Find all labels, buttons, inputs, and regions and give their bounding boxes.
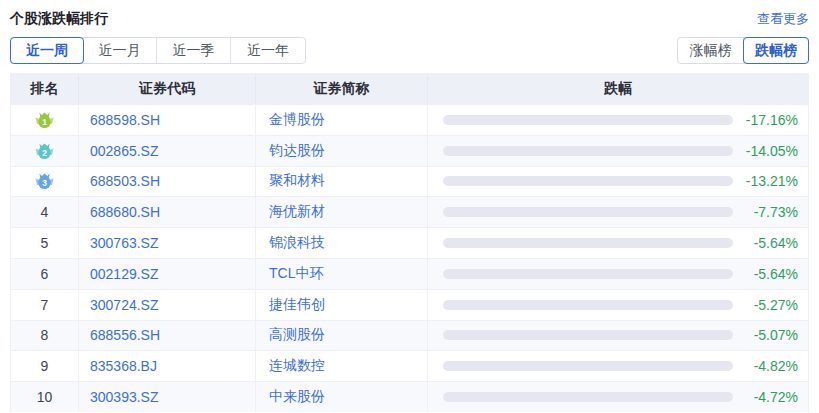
rank-cell: 3 [11, 167, 79, 197]
security-name-link[interactable]: 中来股份 [269, 388, 325, 406]
table-row[interactable]: 6 002129.SZ TCL中环 -5.64% [11, 258, 808, 289]
board-tab-1[interactable]: 涨幅榜 [678, 38, 744, 63]
change-cell: -4.72% [428, 389, 808, 405]
rank-number: 6 [41, 266, 49, 282]
ranking-table: 排名 证券代码 证券简称 跌幅 1 688598.SH 金博股份 -17.16%… [10, 73, 809, 412]
table-row[interactable]: 4 688680.SH 海优新材 -7.73% [11, 196, 808, 227]
change-cell: -5.64% [428, 266, 808, 282]
security-code-link[interactable]: 002129.SZ [90, 266, 159, 282]
change-cell: -4.82% [428, 358, 808, 374]
change-percent: -5.27% [754, 297, 798, 313]
security-name-link[interactable]: 聚和材料 [269, 172, 325, 190]
name-cell: 捷佳伟创 [256, 290, 428, 320]
name-cell: 高测股份 [256, 321, 428, 351]
rank-cell: 1 [11, 105, 79, 135]
period-tab-2[interactable]: 近一月 [83, 38, 157, 63]
change-percent: -14.05% [746, 143, 798, 159]
code-cell: 300393.SZ [79, 382, 256, 412]
change-percent: -4.82% [754, 358, 798, 374]
svg-text:2: 2 [42, 147, 47, 157]
security-code-link[interactable]: 835368.BJ [90, 358, 157, 374]
period-tabs: 近一周近一月近一季近一年 [10, 37, 306, 64]
board-tab-2[interactable]: 跌幅榜 [743, 37, 809, 64]
security-code-link[interactable]: 002865.SZ [90, 143, 159, 159]
change-bar-track [443, 176, 733, 186]
change-cell: -7.73% [428, 204, 808, 220]
security-code-link[interactable]: 688556.SH [90, 327, 160, 343]
period-tab-4[interactable]: 近一年 [231, 38, 305, 63]
toolbar: 近一周近一月近一季近一年 涨幅榜跌幅榜 [10, 37, 809, 64]
column-header-code: 证券代码 [79, 74, 256, 104]
name-cell: TCL中环 [256, 259, 428, 289]
security-code-link[interactable]: 688598.SH [90, 112, 160, 128]
change-percent: -5.64% [754, 235, 798, 251]
code-cell: 835368.BJ [79, 351, 256, 381]
security-code-link[interactable]: 300724.SZ [90, 297, 159, 313]
security-name-link[interactable]: 锦浪科技 [269, 234, 325, 252]
rank-cell: 4 [11, 197, 79, 227]
code-cell: 688503.SH [79, 167, 256, 197]
rank-number: 8 [41, 327, 49, 343]
table-row[interactable]: 8 688556.SH 高测股份 -5.07% [11, 320, 808, 351]
change-percent: -17.16% [746, 112, 798, 128]
name-cell: 金博股份 [256, 105, 428, 135]
table-row[interactable]: 1 688598.SH 金博股份 -17.16% [11, 104, 808, 135]
security-name-link[interactable]: 高测股份 [269, 326, 325, 344]
table-row[interactable]: 7 300724.SZ 捷佳伟创 -5.27% [11, 289, 808, 320]
code-cell: 688598.SH [79, 105, 256, 135]
table-row[interactable]: 5 300763.SZ 锦浪科技 -5.64% [11, 227, 808, 258]
security-code-link[interactable]: 300393.SZ [90, 389, 159, 405]
security-name-link[interactable]: 连城数控 [269, 357, 325, 375]
change-cell: -5.64% [428, 235, 808, 251]
change-bar-track [443, 361, 733, 371]
security-name-link[interactable]: 捷佳伟创 [269, 296, 325, 314]
table-header-row: 排名 证券代码 证券简称 跌幅 [11, 74, 808, 104]
table-body: 1 688598.SH 金博股份 -17.16% 2 002865.SZ 钧达股… [11, 104, 808, 412]
name-cell: 钧达股份 [256, 136, 428, 166]
rank-cell: 5 [11, 228, 79, 258]
change-percent: -4.72% [754, 389, 798, 405]
security-name-link[interactable]: 钧达股份 [269, 142, 325, 160]
period-tab-1[interactable]: 近一周 [10, 37, 84, 64]
change-cell: -5.27% [428, 297, 808, 313]
code-cell: 002129.SZ [79, 259, 256, 289]
rank-cell: 2 [11, 136, 79, 166]
period-tab-3[interactable]: 近一季 [157, 38, 231, 63]
security-name-link[interactable]: TCL中环 [269, 265, 323, 283]
name-cell: 连城数控 [256, 351, 428, 381]
rank-number: 7 [41, 297, 49, 313]
rank-medal-icon: 3 [35, 172, 54, 190]
column-header-change: 跌幅 [428, 80, 808, 98]
view-more-link[interactable]: 查看更多 [757, 10, 809, 28]
code-cell: 300763.SZ [79, 228, 256, 258]
stock-ranking-widget: 个股涨跌幅排行 查看更多 近一周近一月近一季近一年 涨幅榜跌幅榜 排名 证券代码… [0, 0, 819, 413]
change-cell: -17.16% [428, 112, 808, 128]
change-bar-track [443, 330, 733, 340]
name-cell: 中来股份 [256, 382, 428, 412]
svg-text:3: 3 [42, 178, 47, 188]
rank-number: 9 [41, 358, 49, 374]
security-code-link[interactable]: 688503.SH [90, 173, 160, 189]
change-bar-track [443, 392, 733, 402]
security-name-link[interactable]: 海优新材 [269, 203, 325, 221]
security-code-link[interactable]: 300763.SZ [90, 235, 159, 251]
rank-number: 4 [41, 204, 49, 220]
change-bar-track [443, 207, 733, 217]
change-percent: -13.21% [746, 173, 798, 189]
code-cell: 002865.SZ [79, 136, 256, 166]
table-row[interactable]: 9 835368.BJ 连城数控 -4.82% [11, 350, 808, 381]
column-header-rank: 排名 [11, 74, 79, 104]
change-bar-track [443, 300, 733, 310]
board-tabs: 涨幅榜跌幅榜 [677, 37, 809, 64]
table-row[interactable]: 2 002865.SZ 钧达股份 -14.05% [11, 135, 808, 166]
security-code-link[interactable]: 688680.SH [90, 204, 160, 220]
security-name-link[interactable]: 金博股份 [269, 111, 325, 129]
rank-number: 5 [41, 235, 49, 251]
change-cell: -13.21% [428, 173, 808, 189]
change-percent: -5.64% [754, 266, 798, 282]
rank-cell: 9 [11, 351, 79, 381]
table-row[interactable]: 10 300393.SZ 中来股份 -4.72% [11, 381, 808, 412]
table-row[interactable]: 3 688503.SH 聚和材料 -13.21% [11, 166, 808, 197]
title-bar: 个股涨跌幅排行 查看更多 [10, 8, 809, 30]
name-cell: 锦浪科技 [256, 228, 428, 258]
